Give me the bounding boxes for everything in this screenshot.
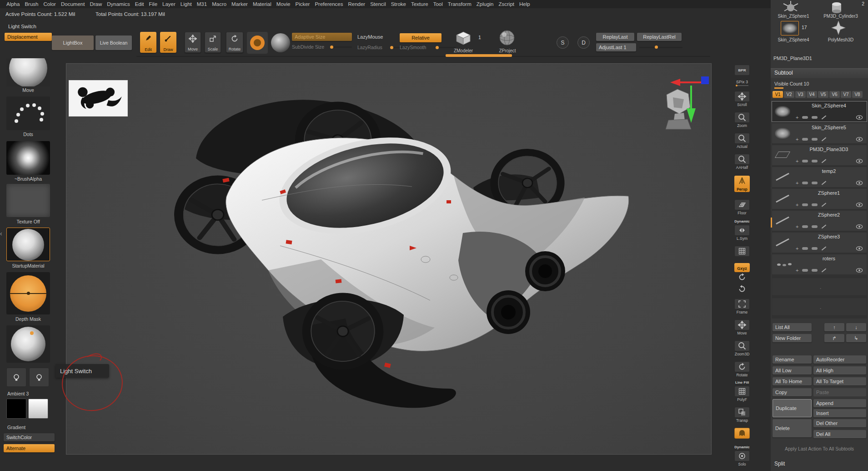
tool-slot-skin-zsphere4[interactable] xyxy=(781,21,799,35)
menu-item-color[interactable]: Color xyxy=(43,1,55,7)
pill-icon[interactable] xyxy=(812,225,818,228)
pill-icon[interactable] xyxy=(812,138,818,141)
menu-item-macro[interactable]: Macro xyxy=(212,1,226,7)
polypaint-icon[interactable] xyxy=(822,203,826,207)
switchcolor-button[interactable]: SwitchColor xyxy=(4,433,55,441)
aahalf-button[interactable]: AAHalf xyxy=(733,154,751,170)
subdivide-size-track[interactable] xyxy=(330,46,352,48)
move-view-button[interactable]: Move xyxy=(733,319,751,335)
pill-icon[interactable] xyxy=(802,247,808,250)
pill-icon[interactable] xyxy=(802,160,808,162)
tool-slot-polymesh3d[interactable] xyxy=(831,20,846,37)
move-into-folder-button[interactable]: ↱ xyxy=(824,334,844,342)
subtool-row-skin-zsphere5[interactable]: Skin_ZSphere5 + xyxy=(772,123,867,144)
pill-icon[interactable] xyxy=(812,269,818,272)
subtool-row-zsphere1[interactable]: ZSphere1 + xyxy=(772,188,867,209)
subtool-section-title[interactable]: Subtool xyxy=(774,70,793,76)
gradient-swatch-bottom[interactable] xyxy=(28,399,48,419)
edit-button[interactable]: Edit xyxy=(140,32,156,53)
visibility-eye-icon[interactable] xyxy=(856,268,863,273)
tab-v4[interactable]: V4 xyxy=(807,91,817,98)
insert-button[interactable]: Insert xyxy=(813,409,866,417)
all-low-button[interactable]: All Low xyxy=(773,366,812,375)
document-canvas[interactable] xyxy=(66,64,711,454)
pill-icon[interactable] xyxy=(802,225,808,228)
copy-button[interactable]: Copy xyxy=(773,388,812,396)
local-grid-button[interactable] xyxy=(733,246,751,257)
replaylast-button[interactable]: ReplayLast xyxy=(596,33,634,41)
visibility-eye-icon[interactable] xyxy=(856,224,863,229)
subtool-row-zsphere2[interactable]: ZSphere2 + xyxy=(772,210,867,231)
plus-icon[interactable]: + xyxy=(796,159,798,163)
visibility-eye-icon[interactable] xyxy=(856,203,863,207)
scroll-button[interactable]: Scroll xyxy=(733,91,751,107)
rotate-view-icon-button[interactable] xyxy=(733,273,751,283)
bpr-button[interactable]: BPR xyxy=(733,65,751,76)
gradient-swatch-top[interactable] xyxy=(6,399,26,419)
polypaint-icon[interactable] xyxy=(822,159,826,163)
polyf-toggle[interactable]: PolyF xyxy=(733,386,751,402)
lazysmooth-slider[interactable]: LazySmooth xyxy=(400,45,426,50)
all-to-target-button[interactable]: All To Target xyxy=(813,377,866,385)
tab-v2[interactable]: V2 xyxy=(784,91,794,98)
alpha-sphere-widget[interactable] xyxy=(271,33,290,52)
lightbox-button[interactable]: LightBox xyxy=(52,35,94,50)
lazyradius-knob[interactable] xyxy=(390,46,393,49)
polypaint-icon[interactable] xyxy=(822,137,826,141)
light-placement-sphere[interactable] xyxy=(6,325,50,363)
live-boolean-button[interactable]: Live Boolean xyxy=(95,35,132,50)
visibility-eye-icon[interactable] xyxy=(856,115,863,120)
pill-icon[interactable] xyxy=(802,203,808,206)
pill-icon[interactable] xyxy=(802,269,808,272)
menu-item-layer[interactable]: Layer xyxy=(162,1,176,7)
menu-item-document[interactable]: Document xyxy=(61,1,85,7)
brush-thumb-move[interactable] xyxy=(6,58,50,86)
relative-toggle[interactable]: Relative xyxy=(400,33,442,42)
plus-icon[interactable]: + xyxy=(796,137,798,141)
all-high-button[interactable]: All High xyxy=(813,366,866,375)
polypaint-icon[interactable] xyxy=(822,246,826,250)
del-other-button[interactable]: Del Other xyxy=(813,419,866,427)
rotate-view-icon-button-2[interactable] xyxy=(733,285,751,295)
plus-icon[interactable]: + xyxy=(796,203,798,207)
zmodeler-button[interactable] xyxy=(455,31,472,47)
pill-icon[interactable] xyxy=(802,182,808,184)
stroke-d-button[interactable]: D xyxy=(577,36,590,49)
transp-toggle[interactable]: Transp xyxy=(733,407,751,423)
menu-item-tool[interactable]: Tool xyxy=(433,1,443,7)
draw-size-indicator[interactable] xyxy=(446,54,512,57)
adjustlast-knob[interactable] xyxy=(655,46,658,49)
gxyz-button[interactable]: Gxyz xyxy=(733,263,751,272)
zoom3d-button[interactable]: Zoom3D xyxy=(733,340,751,356)
polypaint-icon[interactable] xyxy=(822,115,826,119)
menu-item-dynamics[interactable]: Dynamics xyxy=(107,1,130,7)
polypaint-icon[interactable] xyxy=(822,181,826,185)
visibility-eye-icon[interactable] xyxy=(856,246,863,251)
subtool-row-zsphere3[interactable]: ZSphere3 + xyxy=(772,232,867,253)
stroke-preview-widget[interactable] xyxy=(247,32,268,54)
visible-count-slider[interactable]: Visible Count 10 xyxy=(774,81,809,86)
draw-button[interactable]: Draw xyxy=(160,32,176,53)
zoom-button[interactable]: Zoom xyxy=(733,112,751,128)
autoreorder-button[interactable]: AutoReorder xyxy=(813,355,866,364)
menu-item-light[interactable]: Light xyxy=(181,1,192,7)
menu-item-marker[interactable]: Marker xyxy=(231,1,248,7)
lsym-toggle[interactable]: L.Sym xyxy=(733,225,751,241)
texture-thumb-off[interactable] xyxy=(6,184,50,217)
menu-item-texture[interactable]: Texture xyxy=(411,1,428,7)
frame-button[interactable]: Frame xyxy=(733,299,751,314)
plus-icon[interactable]: + xyxy=(796,268,798,272)
menu-item-preferences[interactable]: Preferences xyxy=(315,1,343,7)
menu-item-movie[interactable]: Movie xyxy=(276,1,291,7)
menu-item-zplugin[interactable]: Zplugin xyxy=(477,1,494,7)
adaptive-size-slider[interactable]: Adaptive Size xyxy=(292,33,352,41)
pill-icon[interactable] xyxy=(812,116,818,119)
displacement-button[interactable]: Displacement xyxy=(5,33,52,41)
adjustlast-track[interactable] xyxy=(639,47,682,48)
all-to-home-button[interactable]: All To Home xyxy=(773,377,812,385)
plus-icon[interactable]: + xyxy=(796,181,798,185)
stroke-thumb-dots[interactable] xyxy=(6,96,50,130)
menu-item-m31[interactable]: M31 xyxy=(197,1,207,7)
floor-toggle[interactable]: Floor xyxy=(733,199,751,215)
plus-icon[interactable]: + xyxy=(796,116,798,119)
